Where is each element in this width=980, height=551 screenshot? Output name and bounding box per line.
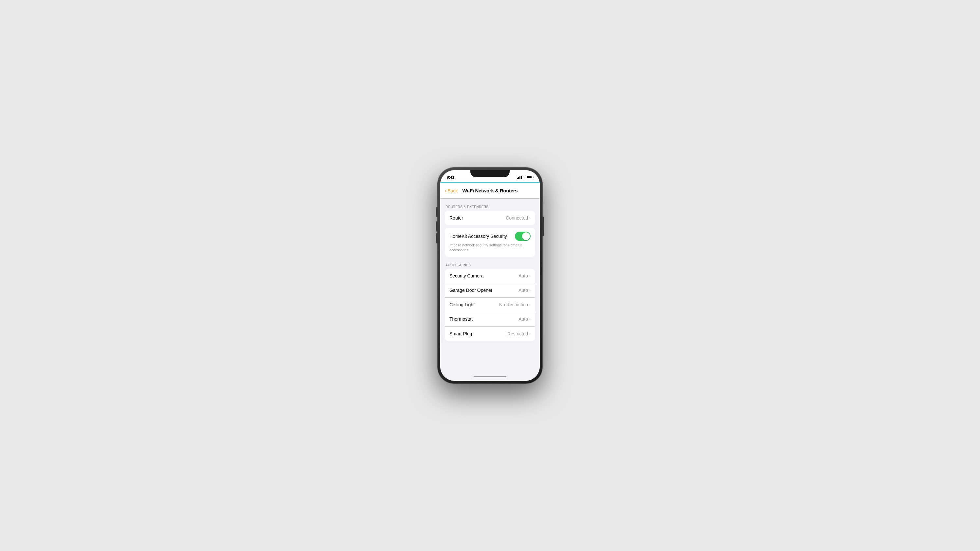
- security-camera-chevron-icon: ›: [529, 273, 531, 278]
- status-bar: 9:41 ≈: [440, 170, 540, 182]
- home-indicator: [440, 372, 540, 381]
- wifi-icon: ≈: [523, 176, 525, 179]
- phone-screen: 9:41 ≈: [440, 170, 540, 381]
- security-camera-item[interactable]: Security Camera Auto ›: [445, 269, 535, 283]
- accessories-section-header: Accessories: [440, 264, 540, 269]
- smart-plug-chevron-icon: ›: [529, 332, 531, 336]
- page-title: Wi-Fi Network & Routers: [463, 188, 518, 194]
- smart-plug-item[interactable]: Smart Plug Restricted ›: [445, 327, 535, 341]
- back-label: Back: [447, 188, 458, 194]
- thermostat-right: Auto ›: [519, 316, 531, 322]
- router-item[interactable]: Router Connected ›: [445, 211, 535, 225]
- garage-door-item[interactable]: Garage Door Opener Auto ›: [445, 283, 535, 298]
- smart-plug-label: Smart Plug: [449, 331, 472, 337]
- thermostat-value: Auto: [519, 316, 528, 322]
- status-time: 9:41: [447, 175, 454, 179]
- scroll-content: Routers & Extenders Router Connected ›: [440, 198, 540, 372]
- signal-icon: [517, 176, 522, 179]
- ceiling-light-value: No Restriction: [499, 302, 528, 307]
- garage-door-label: Garage Door Opener: [449, 287, 493, 293]
- garage-door-value: Auto: [519, 287, 528, 293]
- routers-card: Router Connected ›: [445, 211, 535, 225]
- smart-plug-right: Restricted ›: [508, 331, 531, 337]
- ceiling-light-label: Ceiling Light: [449, 302, 475, 307]
- back-button[interactable]: ‹ Back: [445, 188, 458, 194]
- smart-plug-value: Restricted: [508, 331, 528, 337]
- ceiling-light-item[interactable]: Ceiling Light No Restriction ›: [445, 298, 535, 312]
- toggle-knob: [522, 232, 530, 240]
- router-right: Connected ›: [506, 215, 531, 221]
- garage-door-chevron-icon: ›: [529, 288, 531, 292]
- scene: 9:41 ≈: [434, 168, 546, 383]
- router-label: Router: [449, 215, 463, 221]
- thermostat-chevron-icon: ›: [529, 317, 531, 321]
- garage-door-right: Auto ›: [519, 287, 531, 293]
- router-chevron-icon: ›: [529, 216, 531, 220]
- security-camera-label: Security Camera: [449, 273, 484, 278]
- homekit-toggle-description: Impose network security settings for Hom…: [449, 243, 531, 253]
- thermostat-label: Thermostat: [449, 316, 473, 322]
- accessories-card: Security Camera Auto › Garage Door Opene…: [445, 269, 535, 341]
- homekit-toggle[interactable]: [515, 232, 531, 241]
- status-icons: ≈: [517, 176, 533, 179]
- ceiling-light-right: No Restriction ›: [499, 302, 531, 307]
- ceiling-light-chevron-icon: ›: [529, 302, 531, 307]
- homekit-toggle-row: HomeKit Accessory Security: [449, 232, 531, 241]
- battery-icon: [526, 176, 533, 179]
- accessories-section: Accessories Security Camera Auto › Garag…: [440, 264, 540, 341]
- home-bar: [474, 376, 506, 377]
- homekit-toggle-label: HomeKit Accessory Security: [449, 233, 507, 239]
- thermostat-item[interactable]: Thermostat Auto ›: [445, 312, 535, 327]
- phone-device: 9:41 ≈: [438, 168, 542, 383]
- routers-section-header: Routers & Extenders: [440, 205, 540, 211]
- routers-section: Routers & Extenders Router Connected ›: [440, 205, 540, 225]
- nav-bar: ‹ Back Wi-Fi Network & Routers: [440, 183, 540, 198]
- router-value: Connected: [506, 215, 528, 221]
- notch: [470, 170, 510, 177]
- security-camera-value: Auto: [519, 273, 528, 278]
- security-camera-right: Auto ›: [519, 273, 531, 278]
- homekit-security-card: HomeKit Accessory Security Impose networ…: [445, 228, 535, 257]
- back-chevron-icon: ‹: [445, 188, 447, 194]
- bottom-spacer: [440, 341, 540, 351]
